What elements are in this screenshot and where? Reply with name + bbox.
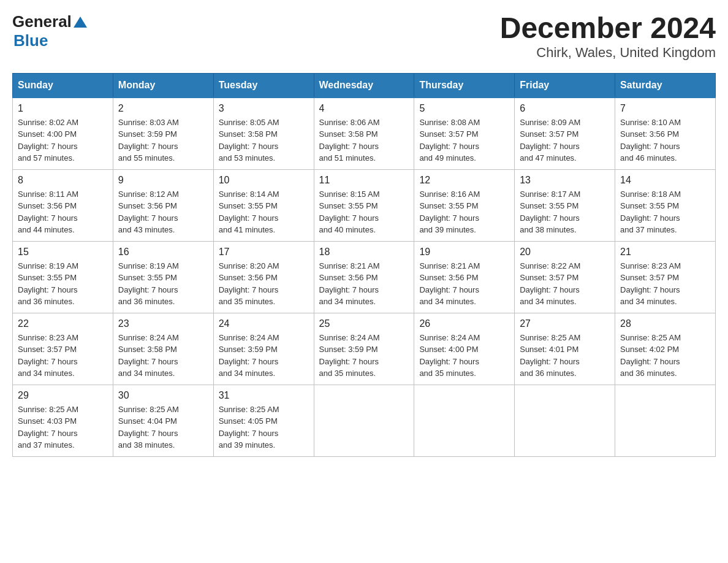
calendar-week-row: 29 Sunrise: 8:25 AMSunset: 4:03 PMDaylig… [13, 385, 716, 456]
calendar-cell: 7 Sunrise: 8:10 AMSunset: 3:56 PMDayligh… [615, 98, 716, 170]
day-number: 25 [319, 318, 409, 329]
calendar-cell: 4 Sunrise: 8:06 AMSunset: 3:58 PMDayligh… [314, 98, 414, 170]
calendar-week-row: 8 Sunrise: 8:11 AMSunset: 3:56 PMDayligh… [13, 169, 716, 241]
day-number: 28 [620, 318, 710, 329]
calendar-cell: 1 Sunrise: 8:02 AMSunset: 4:00 PMDayligh… [13, 98, 113, 170]
calendar-cell [615, 385, 716, 456]
day-number: 26 [419, 318, 509, 329]
day-number: 19 [419, 247, 509, 258]
day-info: Sunrise: 8:21 AMSunset: 3:56 PMDaylight:… [419, 261, 480, 307]
day-info: Sunrise: 8:24 AMSunset: 3:58 PMDaylight:… [118, 333, 179, 378]
calendar-cell: 2 Sunrise: 8:03 AMSunset: 3:59 PMDayligh… [113, 98, 213, 170]
calendar-cell: 5 Sunrise: 8:08 AMSunset: 3:57 PMDayligh… [414, 98, 515, 170]
calendar-cell: 29 Sunrise: 8:25 AMSunset: 4:03 PMDaylig… [13, 385, 113, 456]
day-info: Sunrise: 8:10 AMSunset: 3:56 PMDaylight:… [620, 118, 681, 163]
day-info: Sunrise: 8:22 AMSunset: 3:57 PMDaylight:… [520, 261, 580, 307]
logo-triangle-icon [74, 15, 87, 29]
calendar-title: December 2024 [500, 12, 716, 45]
calendar-cell: 10 Sunrise: 8:14 AMSunset: 3:55 PMDaylig… [213, 169, 314, 241]
day-info: Sunrise: 8:24 AMSunset: 3:59 PMDaylight:… [219, 333, 279, 378]
calendar-cell: 25 Sunrise: 8:24 AMSunset: 3:59 PMDaylig… [314, 313, 414, 385]
day-number: 21 [620, 247, 710, 258]
day-info: Sunrise: 8:25 AMSunset: 4:01 PMDaylight:… [520, 333, 580, 378]
calendar-cell: 26 Sunrise: 8:24 AMSunset: 4:00 PMDaylig… [414, 313, 515, 385]
day-number: 3 [219, 103, 309, 114]
day-number: 24 [219, 318, 309, 329]
weekday-header-thursday: Thursday [414, 73, 515, 98]
day-info: Sunrise: 8:24 AMSunset: 3:59 PMDaylight:… [319, 333, 380, 378]
day-info: Sunrise: 8:15 AMSunset: 3:55 PMDaylight:… [319, 190, 380, 235]
day-number: 7 [620, 103, 710, 114]
weekday-header-sunday: Sunday [13, 73, 113, 98]
calendar-cell: 17 Sunrise: 8:20 AMSunset: 3:56 PMDaylig… [213, 241, 314, 313]
day-number: 12 [419, 175, 509, 186]
calendar-cell [414, 385, 515, 456]
weekday-header-wednesday: Wednesday [314, 73, 414, 98]
day-number: 29 [18, 390, 108, 401]
day-info: Sunrise: 8:14 AMSunset: 3:55 PMDaylight:… [219, 190, 279, 235]
day-number: 14 [620, 175, 710, 186]
calendar-cell: 30 Sunrise: 8:25 AMSunset: 4:04 PMDaylig… [113, 385, 213, 456]
calendar-cell: 14 Sunrise: 8:18 AMSunset: 3:55 PMDaylig… [615, 169, 716, 241]
day-number: 15 [18, 247, 108, 258]
day-info: Sunrise: 8:20 AMSunset: 3:56 PMDaylight:… [219, 261, 279, 307]
day-number: 23 [118, 318, 208, 329]
day-number: 11 [319, 175, 409, 186]
day-number: 10 [219, 175, 309, 186]
day-info: Sunrise: 8:09 AMSunset: 3:57 PMDaylight:… [520, 118, 580, 163]
calendar-cell: 23 Sunrise: 8:24 AMSunset: 3:58 PMDaylig… [113, 313, 213, 385]
calendar-table: SundayMondayTuesdayWednesdayThursdayFrid… [12, 73, 716, 457]
day-info: Sunrise: 8:23 AMSunset: 3:57 PMDaylight:… [620, 261, 681, 307]
day-info: Sunrise: 8:03 AMSunset: 3:59 PMDaylight:… [118, 118, 179, 163]
calendar-cell: 9 Sunrise: 8:12 AMSunset: 3:56 PMDayligh… [113, 169, 213, 241]
calendar-week-row: 1 Sunrise: 8:02 AMSunset: 4:00 PMDayligh… [13, 98, 716, 170]
calendar-cell: 18 Sunrise: 8:21 AMSunset: 3:56 PMDaylig… [314, 241, 414, 313]
day-number: 13 [520, 175, 610, 186]
day-number: 6 [520, 103, 610, 114]
calendar-cell: 12 Sunrise: 8:16 AMSunset: 3:55 PMDaylig… [414, 169, 515, 241]
day-info: Sunrise: 8:25 AMSunset: 4:02 PMDaylight:… [620, 333, 681, 378]
day-info: Sunrise: 8:24 AMSunset: 4:00 PMDaylight:… [419, 333, 480, 378]
page-header: General Blue December 2024 Chirk, Wales,… [12, 12, 716, 61]
calendar-cell: 15 Sunrise: 8:19 AMSunset: 3:55 PMDaylig… [13, 241, 113, 313]
calendar-header-row: SundayMondayTuesdayWednesdayThursdayFrid… [13, 73, 716, 98]
calendar-cell: 28 Sunrise: 8:25 AMSunset: 4:02 PMDaylig… [615, 313, 716, 385]
day-number: 17 [219, 247, 309, 258]
day-number: 18 [319, 247, 409, 258]
logo-general: General [12, 12, 72, 31]
day-info: Sunrise: 8:17 AMSunset: 3:55 PMDaylight:… [520, 190, 580, 235]
day-number: 20 [520, 247, 610, 258]
weekday-header-monday: Monday [113, 73, 213, 98]
calendar-cell: 11 Sunrise: 8:15 AMSunset: 3:55 PMDaylig… [314, 169, 414, 241]
calendar-subtitle: Chirk, Wales, United Kingdom [500, 45, 716, 61]
day-info: Sunrise: 8:12 AMSunset: 3:56 PMDaylight:… [118, 190, 179, 235]
day-number: 4 [319, 103, 409, 114]
svg-marker-0 [74, 17, 87, 28]
day-number: 1 [18, 103, 108, 114]
calendar-cell: 21 Sunrise: 8:23 AMSunset: 3:57 PMDaylig… [615, 241, 716, 313]
day-info: Sunrise: 8:16 AMSunset: 3:55 PMDaylight:… [419, 190, 480, 235]
day-info: Sunrise: 8:25 AMSunset: 4:05 PMDaylight:… [219, 405, 279, 450]
day-number: 5 [419, 103, 509, 114]
day-info: Sunrise: 8:25 AMSunset: 4:03 PMDaylight:… [18, 405, 78, 450]
weekday-header-tuesday: Tuesday [213, 73, 314, 98]
calendar-cell: 20 Sunrise: 8:22 AMSunset: 3:57 PMDaylig… [515, 241, 615, 313]
day-info: Sunrise: 8:19 AMSunset: 3:55 PMDaylight:… [118, 261, 179, 307]
day-number: 9 [118, 175, 208, 186]
calendar-cell: 6 Sunrise: 8:09 AMSunset: 3:57 PMDayligh… [515, 98, 615, 170]
calendar-cell: 22 Sunrise: 8:23 AMSunset: 3:57 PMDaylig… [13, 313, 113, 385]
calendar-cell [515, 385, 615, 456]
day-info: Sunrise: 8:05 AMSunset: 3:58 PMDaylight:… [219, 118, 279, 163]
day-number: 2 [118, 103, 208, 114]
day-info: Sunrise: 8:06 AMSunset: 3:58 PMDaylight:… [319, 118, 380, 163]
logo: General Blue [12, 12, 87, 50]
calendar-week-row: 15 Sunrise: 8:19 AMSunset: 3:55 PMDaylig… [13, 241, 716, 313]
logo-blue: Blue [13, 31, 48, 50]
calendar-cell: 19 Sunrise: 8:21 AMSunset: 3:56 PMDaylig… [414, 241, 515, 313]
calendar-cell: 31 Sunrise: 8:25 AMSunset: 4:05 PMDaylig… [213, 385, 314, 456]
day-number: 27 [520, 318, 610, 329]
calendar-cell [314, 385, 414, 456]
calendar-cell: 24 Sunrise: 8:24 AMSunset: 3:59 PMDaylig… [213, 313, 314, 385]
day-info: Sunrise: 8:18 AMSunset: 3:55 PMDaylight:… [620, 190, 681, 235]
day-number: 31 [219, 390, 309, 401]
